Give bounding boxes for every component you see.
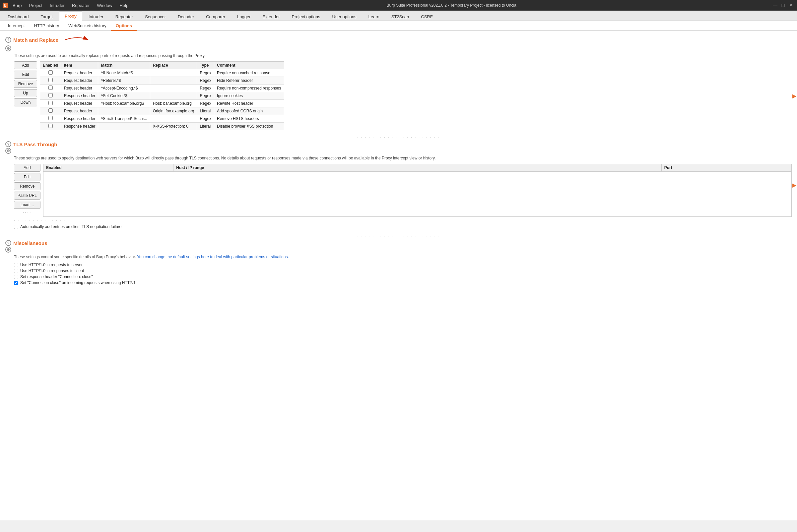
row-type: Regex xyxy=(197,77,214,84)
tab-user-options[interactable]: User options xyxy=(327,12,362,21)
row-comment: Rewrite Host header xyxy=(214,100,284,108)
title-bar-menu-repeater[interactable]: Repeater xyxy=(69,2,92,8)
proxy-tab-bar: Intercept HTTP history WebSockets histor… xyxy=(0,21,797,31)
tls-scroll-arrow: ▶ xyxy=(792,182,796,188)
window-controls: — □ ✕ xyxy=(772,2,794,8)
row-replace xyxy=(150,92,197,100)
maximize-button[interactable]: □ xyxy=(780,2,786,8)
tab-intruder[interactable]: Intruder xyxy=(83,12,109,21)
tab-dashboard[interactable]: Dashboard xyxy=(2,12,35,21)
row-enabled-checkbox[interactable] xyxy=(49,124,53,128)
match-replace-table: Enabled Item Match Replace Type Comment … xyxy=(40,61,284,130)
tab-sequencer[interactable]: Sequencer xyxy=(139,12,171,21)
miscellaneous-section: ? Miscellaneous ⚙ These settings control… xyxy=(5,240,792,285)
row-match: ^Strict\-Transport\-Secur... xyxy=(98,115,150,122)
row-enabled-checkbox[interactable] xyxy=(49,108,53,113)
tab2-intercept[interactable]: Intercept xyxy=(3,21,30,31)
tls-help-icon[interactable]: ? xyxy=(5,141,11,147)
row-type: Regex xyxy=(197,100,214,108)
tab2-http-history[interactable]: HTTP history xyxy=(30,21,64,31)
misc-checkbox[interactable] xyxy=(14,275,18,279)
row-comment: Require non-compressed responses xyxy=(214,84,284,92)
title-bar-left: B Burp Project Intruder Repeater Window … xyxy=(3,2,131,8)
misc-gear-icon[interactable]: ⚙ xyxy=(5,247,11,252)
row-replace xyxy=(150,115,197,122)
tab-proxy[interactable]: Proxy xyxy=(59,11,82,21)
row-match xyxy=(98,108,150,115)
tls-buttons: Add Edit Remove Paste URL Load ... · · ·… xyxy=(14,164,40,217)
table-row[interactable]: Request header ^Accept-Encoding.*$ Regex… xyxy=(40,84,284,92)
row-enabled-checkbox[interactable] xyxy=(49,101,53,105)
row-type: Literal xyxy=(197,108,214,115)
row-replace: X-XSS-Protection: 0 xyxy=(150,122,197,130)
row-enabled-checkbox[interactable] xyxy=(49,116,53,120)
row-enabled-checkbox[interactable] xyxy=(49,78,53,82)
match-replace-title: Match and Replace xyxy=(13,37,58,43)
main-content: ? Match and Replace ⚙ These settings are… xyxy=(0,31,797,520)
match-replace-add-btn[interactable]: Add xyxy=(14,61,37,69)
tls-col-host: Host / IP range xyxy=(173,164,661,172)
misc-checkbox[interactable] xyxy=(14,269,18,273)
tab2-options[interactable]: Options xyxy=(111,21,137,31)
misc-checkbox-label: Use HTTP/1.0 in responses to client xyxy=(20,268,84,273)
tls-btn-dots: · · · · · xyxy=(14,210,40,215)
table-row[interactable]: Response header ^Strict\-Transport\-Secu… xyxy=(40,115,284,122)
misc-checkbox[interactable] xyxy=(14,281,18,285)
tls-edit-btn[interactable]: Edit xyxy=(14,173,40,181)
tab-decoder[interactable]: Decoder xyxy=(172,12,200,21)
misc-checkboxes: Use HTTP/1.0 in requests to server Use H… xyxy=(5,263,792,285)
match-replace-down-btn[interactable]: Down xyxy=(14,98,37,107)
row-item: Response header xyxy=(61,122,98,130)
tab2-websockets-history[interactable]: WebSockets history xyxy=(64,21,111,31)
row-enabled-checkbox[interactable] xyxy=(49,86,53,90)
table-row[interactable]: Response header ^Set-Cookie.*$ Regex Ign… xyxy=(40,92,284,100)
sep1: · · · · · · · · · · · · · · · · · · · · … xyxy=(5,136,792,139)
row-type: Regex xyxy=(197,69,214,77)
row-enabled-checkbox[interactable] xyxy=(49,93,53,97)
minimize-button[interactable]: — xyxy=(772,2,778,8)
table-row[interactable]: Request header ^Referer.*$ Regex Hide Re… xyxy=(40,77,284,84)
tls-add-btn[interactable]: Add xyxy=(14,164,40,172)
tab-extender[interactable]: Extender xyxy=(257,12,285,21)
title-bar-menu-burp[interactable]: Burp xyxy=(10,2,24,8)
tls-remove-btn[interactable]: Remove xyxy=(14,182,40,190)
tls-load-btn[interactable]: Load ... xyxy=(14,201,40,209)
tls-paste-url-btn[interactable]: Paste URL xyxy=(14,192,40,200)
tab-repeater[interactable]: Repeater xyxy=(110,12,138,21)
row-replace xyxy=(150,69,197,77)
table-row[interactable]: Response header X-XSS-Protection: 0 Lite… xyxy=(40,122,284,130)
match-replace-help-icon[interactable]: ? xyxy=(5,37,11,43)
misc-checkbox[interactable] xyxy=(14,263,18,267)
tab-logger[interactable]: Logger xyxy=(231,12,256,21)
match-replace-table-wrapper: Enabled Item Match Replace Type Comment … xyxy=(40,61,792,130)
tab-st2scan[interactable]: ST2Scan xyxy=(386,12,414,21)
match-replace-edit-btn[interactable]: Edit xyxy=(14,71,37,79)
row-item: Request header xyxy=(61,84,98,92)
tls-auto-add-checkbox[interactable] xyxy=(14,225,18,229)
table-row[interactable]: Request header ^If-None-Match.*$ Regex R… xyxy=(40,69,284,77)
match-replace-desc: These settings are used to automatically… xyxy=(14,53,792,59)
match-replace-remove-btn[interactable]: Remove xyxy=(14,80,37,88)
tab-project-options[interactable]: Project options xyxy=(286,12,326,21)
misc-help-icon[interactable]: ? xyxy=(5,240,11,246)
row-replace xyxy=(150,84,197,92)
table-row[interactable]: Request header ^Host: foo.example.org$ H… xyxy=(40,100,284,108)
col-comment: Comment xyxy=(214,62,284,69)
tab-comparer[interactable]: Comparer xyxy=(200,12,231,21)
tab-csrf[interactable]: CSRF xyxy=(415,12,438,21)
tls-gear-icon[interactable]: ⚙ xyxy=(5,148,11,154)
close-button[interactable]: ✕ xyxy=(788,2,794,8)
match-replace-gear-icon[interactable]: ⚙ xyxy=(5,45,11,51)
row-match: ^Set-Cookie.*$ xyxy=(98,92,150,100)
table-row[interactable]: Request header Origin: foo.example.org L… xyxy=(40,108,284,115)
row-enabled-checkbox[interactable] xyxy=(49,70,53,75)
red-arrow-decoration xyxy=(62,35,92,45)
title-bar-menu-intruder[interactable]: Intruder xyxy=(47,2,67,8)
match-replace-up-btn[interactable]: Up xyxy=(14,89,37,97)
tab-target[interactable]: Target xyxy=(35,12,58,21)
sep3: · · · · · · · · · · · · · · · · · · · · … xyxy=(5,234,792,238)
tab-learn[interactable]: Learn xyxy=(363,12,385,21)
title-bar-menu-window[interactable]: Window xyxy=(94,2,115,8)
title-bar-menu-help[interactable]: Help xyxy=(117,2,131,8)
title-bar-menu-project[interactable]: Project xyxy=(26,2,45,8)
